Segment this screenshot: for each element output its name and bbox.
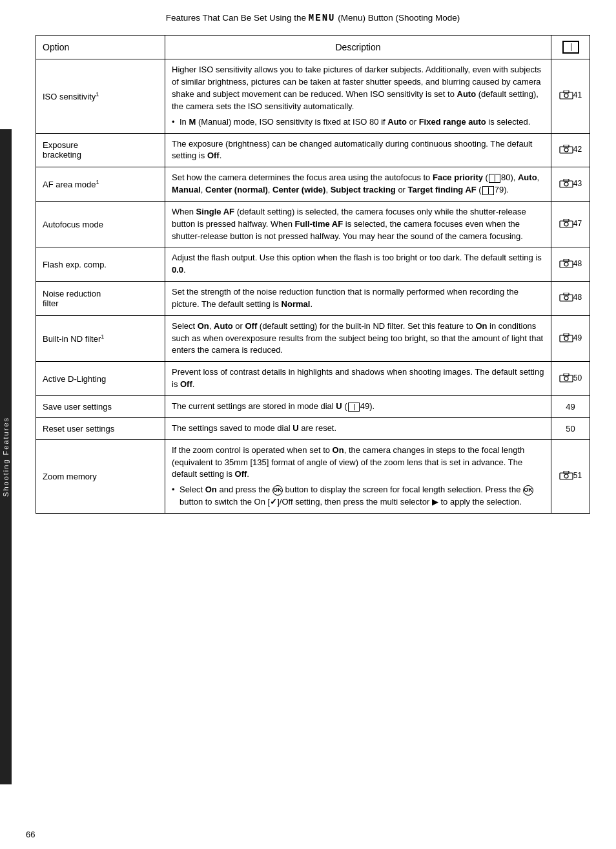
option-flash: Flash exp. comp. [36, 247, 165, 282]
option-zoom: Zoom memory [36, 439, 165, 513]
option-reset: Reset user settings [36, 417, 165, 439]
option-iso: ISO sensitivity1 [36, 59, 165, 133]
table-row: Exposurebracketing The exposure (brightn… [36, 133, 590, 167]
header-option: Option [36, 36, 165, 59]
option-af: AF area mode1 [36, 167, 165, 202]
desc-zoom: If the zoom control is operated when set… [165, 439, 551, 513]
desc-reset: The settings saved to mode dial U are re… [165, 417, 551, 439]
bullet-zoom: Select On and press the OK button to dis… [172, 484, 544, 508]
table-row: AF area mode1 Set how the camera determi… [36, 167, 590, 202]
camera-ref-flash: 48 [559, 259, 582, 268]
option-autofocus: Autofocus mode [36, 201, 165, 247]
ref-noise: 48 [551, 282, 590, 316]
ok-btn-zoom1: OK [272, 485, 283, 496]
camera-icon-iso [559, 90, 573, 100]
svg-rect-25 [564, 471, 569, 474]
table-row: Reset user settings The settings saved t… [36, 417, 590, 439]
camera-icon-zoom [559, 471, 573, 480]
features-table: Option Description ISO sensitivity1 High… [36, 35, 590, 514]
table-row: Built-in ND filter1 Select On, Auto or O… [36, 315, 590, 362]
ref-reset: 50 [551, 417, 590, 439]
table-row: Noise reductionfilter Set the strength o… [36, 282, 590, 316]
svg-point-20 [564, 337, 568, 341]
table-row: Save user settings The current settings … [36, 396, 590, 418]
title-suffix: (Menu) Button (Shooting Mode) [338, 13, 460, 23]
camera-icon-noise [559, 293, 573, 302]
table-row: Zoom memory If the zoom control is opera… [36, 439, 590, 513]
svg-rect-19 [564, 333, 569, 336]
option-nd: Built-in ND filter1 [36, 315, 165, 362]
page-title: Features That Can Be Set Using the MENU … [36, 13, 590, 23]
table-row: ISO sensitivity1 Higher ISO sensitivity … [36, 59, 590, 133]
desc-exposure: The exposure (brightness) can be changed… [165, 133, 551, 167]
desc-nd: Select On, Auto or Off (default setting)… [165, 315, 551, 362]
header-ref [551, 36, 590, 59]
table-row: Active D-Lighting Prevent loss of contra… [36, 362, 590, 396]
menu-word: MENU [309, 13, 336, 23]
desc-flash: Adjust the flash output. Use this option… [165, 247, 551, 282]
ref-nd: 49 [551, 315, 590, 362]
page-container: Shooting Features Features That Can Be S… [0, 0, 616, 849]
desc-iso: Higher ISO sensitivity allows you to tak… [165, 59, 551, 133]
inline-book-save [348, 403, 360, 412]
svg-point-8 [564, 182, 568, 186]
ref-flash: 48 [551, 247, 590, 282]
svg-point-2 [564, 94, 568, 98]
svg-point-17 [564, 296, 568, 300]
svg-point-5 [564, 148, 568, 152]
camera-icon-dlighting [559, 373, 573, 383]
table-row: Flash exp. comp. Adjust the flash output… [36, 247, 590, 282]
camera-ref-nd: 49 [559, 333, 582, 342]
inline-book-af [489, 174, 500, 183]
option-save: Save user settings [36, 396, 165, 418]
sup-af: 1 [96, 179, 99, 185]
sidebar-label: Shooting Features [0, 410, 12, 503]
option-dlighting: Active D-Lighting [36, 362, 165, 396]
ref-af: 43 [551, 167, 590, 202]
desc-noise: Set the strength of the noise reduction … [165, 282, 551, 316]
camera-ref-noise: 48 [559, 293, 582, 302]
camera-icon-nd [559, 333, 573, 342]
camera-ref-exposure: 42 [559, 145, 582, 154]
inline-book-af2 [482, 186, 494, 195]
page-number: 66 [26, 830, 35, 839]
title-text: Features That Can Be Set Using the [166, 13, 306, 23]
table-header-row: Option Description [36, 36, 590, 59]
header-description: Description [165, 36, 551, 59]
ok-btn-zoom2: OK [523, 485, 533, 496]
ref-iso: 41 [551, 59, 590, 133]
svg-point-14 [564, 262, 568, 266]
camera-ref-zoom: 51 [559, 471, 582, 480]
book-icon [562, 41, 579, 54]
camera-ref-autofocus: 47 [559, 219, 582, 228]
ref-dlighting: 50 [551, 362, 590, 396]
svg-point-11 [564, 222, 568, 226]
desc-dlighting: Prevent loss of contrast details in high… [165, 362, 551, 396]
camera-ref-iso: 41 [559, 90, 582, 100]
camera-icon-exposure [559, 145, 573, 154]
camera-icon-flash [559, 259, 573, 268]
camera-ref-af: 43 [559, 179, 582, 188]
svg-rect-22 [564, 373, 569, 376]
ref-save: 49 [551, 396, 590, 418]
ref-exposure: 42 [551, 133, 590, 167]
ref-autofocus: 47 [551, 201, 590, 247]
camera-icon-autofocus [559, 219, 573, 228]
sup-nd: 1 [101, 333, 104, 340]
desc-af: Set how the camera determines the focus … [165, 167, 551, 202]
sidebar: Shooting Features [0, 129, 12, 784]
desc-autofocus: When Single AF (default setting) is sele… [165, 201, 551, 247]
ref-zoom: 51 [551, 439, 590, 513]
desc-save: The current settings are stored in mode … [165, 396, 551, 418]
sup-1: 1 [96, 91, 99, 98]
camera-ref-dlighting: 50 [559, 373, 582, 383]
option-noise: Noise reductionfilter [36, 282, 165, 316]
option-exposure: Exposurebracketing [36, 133, 165, 167]
bullet-iso: In M (Manual) mode, ISO sensitivity is f… [172, 116, 544, 129]
svg-point-26 [564, 474, 568, 478]
table-row: Autofocus mode When Single AF (default s… [36, 201, 590, 247]
svg-point-23 [564, 377, 568, 381]
camera-icon-af [559, 179, 573, 188]
